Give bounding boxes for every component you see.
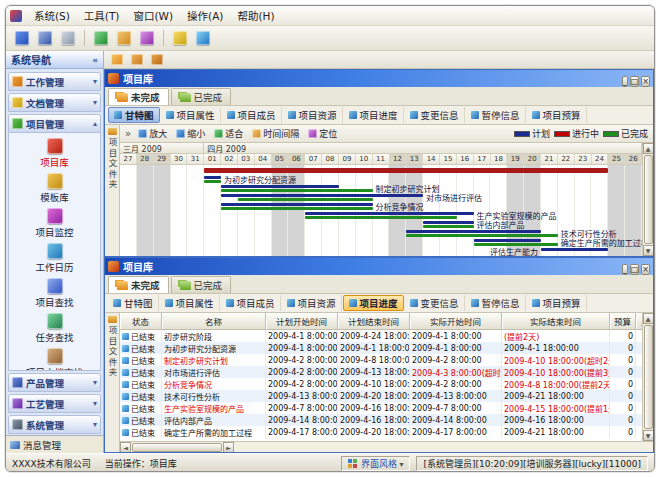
overflow-chevron-icon[interactable]: » [125, 128, 131, 139]
lock-icon-button[interactable] [170, 28, 190, 48]
sidebar-item-project-search[interactable]: 项目查找 [13, 277, 97, 310]
plan-bar[interactable] [221, 203, 373, 206]
sidebar-group-product-mgmt[interactable]: 产品管理 [8, 373, 101, 392]
actual-bar[interactable] [238, 198, 373, 201]
tab-project-props[interactable]: 项目属性 [160, 295, 220, 311]
plan-bar[interactable] [406, 230, 541, 233]
locate-button[interactable]: 定位 [306, 126, 339, 141]
menu-tools[interactable]: 工具(T) [77, 8, 127, 24]
tile-windows-icon-button[interactable] [149, 52, 165, 67]
filter-tab-complete[interactable]: 已完成 [171, 88, 232, 105]
tab-project-resources[interactable]: 项目资源 [282, 295, 342, 311]
print-icon-button[interactable] [58, 28, 78, 48]
plugin-icon-button[interactable] [137, 28, 157, 48]
sidebar-group-project-mgmt[interactable]: 项目管理 [8, 114, 101, 133]
refresh-icon-button[interactable] [91, 28, 111, 48]
tab-change-info[interactable]: 变更信息 [405, 107, 465, 123]
plan-bar[interactable] [204, 176, 221, 179]
gantt-vertical-scrollbar[interactable] [642, 143, 653, 256]
plan-bar[interactable] [221, 194, 423, 197]
sidebar-group-system-mgmt[interactable]: 系统管理 [8, 415, 101, 434]
fit-button[interactable]: 适合 [212, 126, 245, 141]
user-icon-button[interactable] [12, 28, 32, 48]
actual-bar[interactable] [305, 216, 457, 219]
plan-bar[interactable] [541, 248, 608, 251]
tab-project-budget[interactable]: 项目预算 [527, 107, 587, 123]
window-icon-button[interactable] [114, 28, 134, 48]
scrollbar-thumb[interactable] [644, 325, 653, 429]
tab-pause-info[interactable]: 暂停信息 [466, 107, 526, 123]
menu-help[interactable]: 帮助(H) [230, 8, 281, 24]
close-button[interactable]: × [641, 76, 650, 87]
tab-pause-info[interactable]: 暂停信息 [466, 295, 526, 311]
save-icon-button[interactable] [35, 28, 55, 48]
table-row[interactable]: 已结束为初步研究分配资源2009-4-1 8:00:002009-4-1 18:… [120, 342, 642, 354]
table-vertical-scrollbar[interactable] [642, 313, 653, 441]
minimize-button[interactable]: _ [622, 264, 628, 275]
plan-bar[interactable] [474, 239, 541, 242]
plan-bar[interactable] [305, 212, 473, 215]
scroll-up-icon[interactable] [643, 313, 654, 324]
sidebar-item-project-library[interactable]: 项目库 [13, 137, 97, 170]
open-folder-icon-button[interactable] [109, 52, 125, 67]
table-window-titlebar[interactable]: 项目库 _□× [105, 258, 653, 275]
scroll-right-icon[interactable] [223, 442, 234, 453]
tab-project-progress[interactable]: 项目进度 [343, 295, 404, 311]
project-folders-tab[interactable]: 项目文件夹 [105, 313, 120, 452]
tab-project-props[interactable]: 项目属性 [161, 107, 221, 123]
maximize-button[interactable]: □ [630, 76, 640, 87]
tab-project-budget[interactable]: 项目预算 [527, 295, 587, 311]
tab-change-info[interactable]: 变更信息 [405, 295, 465, 311]
filter-tab-complete[interactable]: 已完成 [171, 276, 232, 293]
menu-action[interactable]: 操作(A) [180, 8, 230, 24]
menu-system[interactable]: 系统(S) [27, 8, 77, 24]
maximize-button[interactable]: □ [630, 264, 640, 275]
table-row[interactable]: 已结束技术可行性分析2009-4-13 8:00:002009-4-20 18:… [120, 390, 642, 402]
tab-gantt-chart[interactable]: 甘特图 [108, 295, 159, 311]
table-row[interactable]: 已结束确定生产所需的加工过程2009-4-17 8:00:002009-4-20… [120, 426, 642, 438]
table-row[interactable]: 已结束制定初步研究计划2009-4-2 8:00:002009-4-8 18:0… [120, 354, 642, 366]
plan-bar[interactable] [221, 185, 339, 188]
zoom-out-button[interactable]: 缩小 [174, 126, 207, 141]
column-header-plan_end[interactable]: 计划结束时间 [338, 313, 410, 330]
time-interval-button[interactable]: 时间间隔 [250, 126, 301, 141]
actual-bar[interactable] [221, 189, 373, 192]
column-header-status[interactable]: 状态 [120, 313, 162, 330]
help-icon-button[interactable] [193, 28, 213, 48]
sidebar-group-work-mgmt[interactable]: 工作管理 [8, 72, 101, 91]
table-row[interactable]: 已结束分析竞争情况2009-4-2 8:00:002009-4-10 18:00… [120, 378, 642, 390]
table-row[interactable]: 已结束初步研究阶段2009-4-1 8:00:002009-4-24 18:00… [120, 330, 642, 342]
project-folders-tab[interactable]: 项目文件夹 [105, 125, 120, 256]
scroll-down-icon[interactable] [643, 245, 654, 256]
table-horizontal-scrollbar[interactable] [120, 441, 653, 452]
sidebar-item-template-library[interactable]: 模板库 [13, 172, 97, 205]
interface-style-selector[interactable]: 界面风格 [341, 456, 411, 471]
column-header-actual_end[interactable]: 实际结束时间 [502, 313, 610, 330]
column-header-budget[interactable]: 预算 [610, 313, 636, 330]
zoom-in-button[interactable]: 放大 [136, 126, 169, 141]
tab-project-resources[interactable]: 项目资源 [283, 107, 343, 123]
menu-window[interactable]: 窗口(W) [126, 8, 180, 24]
plan-bar[interactable] [423, 221, 474, 224]
actual-bar[interactable] [221, 207, 373, 210]
sidebar-group-process-mgmt[interactable]: 工艺管理 [8, 394, 101, 413]
tab-project-members[interactable]: 项目成员 [222, 107, 282, 123]
table-row[interactable]: 已结束评估内部产品2009-4-14 8:00:002009-4-16 18:0… [120, 414, 642, 426]
summary-bar[interactable] [204, 168, 608, 173]
column-header-name[interactable]: 名称 [162, 313, 266, 330]
sidebar-item-project-doc-search[interactable]: 项目文档查找 [13, 347, 97, 371]
sidebar-item-task-search[interactable]: 任务查找 [13, 312, 97, 345]
tab-project-members[interactable]: 项目成员 [221, 295, 281, 311]
scrollbar-thumb[interactable] [132, 443, 222, 452]
scroll-left-icon[interactable] [120, 442, 131, 453]
tab-project-progress[interactable]: 项目进度 [344, 107, 404, 123]
minimize-button[interactable]: _ [622, 76, 628, 87]
cascade-windows-icon-button[interactable] [129, 52, 145, 67]
tab-gantt-chart[interactable]: 甘特图 [108, 107, 160, 123]
table-row[interactable]: 已结束对市场进行评估2009-4-2 8:00:002009-4-13 18:0… [120, 366, 642, 378]
gantt-window-titlebar[interactable]: 项目库 _□× [105, 70, 653, 87]
close-button[interactable]: × [641, 264, 650, 275]
sidebar-item-project-monitor[interactable]: 项目监控 [13, 207, 97, 240]
scrollbar-thumb[interactable] [644, 155, 653, 244]
actual-bar[interactable] [204, 180, 221, 183]
